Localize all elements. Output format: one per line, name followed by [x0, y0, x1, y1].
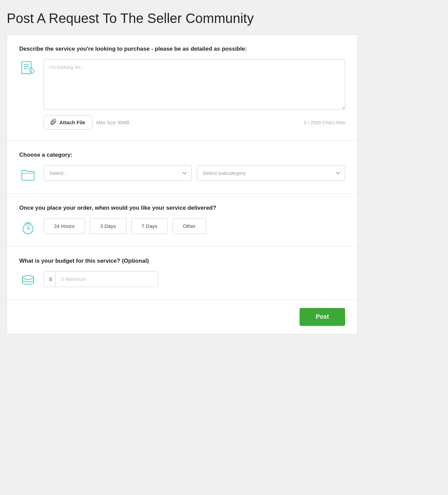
- delivery-label: Once you place your order, when would yo…: [19, 205, 345, 211]
- budget-section: What is your budget for this service? (O…: [7, 247, 357, 300]
- money-icon: [19, 271, 37, 289]
- svg-point-12: [27, 228, 29, 230]
- file-size-info: Max Size 30MB: [96, 120, 130, 125]
- describe-label: Describe the service you're looking to p…: [19, 46, 345, 52]
- timer-icon: [19, 218, 37, 236]
- post-section: Post: [7, 300, 357, 334]
- currency-symbol: $: [44, 271, 56, 287]
- svg-rect-7: [27, 222, 29, 224]
- textarea-wrapper: Attach File Max Size 30MB 0 / 2500 Chars…: [44, 59, 345, 130]
- description-textarea[interactable]: [44, 59, 345, 110]
- attach-file-label: Attach File: [59, 120, 85, 125]
- budget-label: What is your budget for this service? (O…: [19, 258, 345, 264]
- category-label: Choose a category:: [19, 152, 345, 158]
- category-content: Select... Select subcategory: [19, 165, 345, 183]
- folder-icon: [19, 165, 37, 183]
- describe-section: Describe the service you're looking to p…: [7, 35, 357, 141]
- delivery-content: 24 Hours 3 Days 7 Days Other: [19, 218, 345, 236]
- delivery-24h-button[interactable]: 24 Hours: [44, 218, 85, 234]
- svg-line-8: [25, 223, 26, 224]
- budget-content: $: [19, 271, 345, 289]
- subcategory-select[interactable]: Select subcategory: [197, 165, 345, 181]
- footer-left: Attach File Max Size 30MB: [44, 115, 130, 130]
- budget-input[interactable]: [56, 271, 158, 287]
- svg-point-13: [22, 276, 33, 279]
- category-select[interactable]: Select...: [44, 165, 192, 181]
- describe-content: Attach File Max Size 30MB 0 / 2500 Chars…: [19, 59, 345, 130]
- svg-rect-0: [22, 62, 31, 74]
- svg-line-9: [30, 223, 31, 224]
- budget-input-wrapper: $: [44, 271, 158, 287]
- delivery-other-button[interactable]: Other: [172, 218, 206, 234]
- category-selects: Select... Select subcategory: [44, 165, 345, 181]
- page-title: Post A Request To The Seller Community: [7, 10, 441, 26]
- document-icon: [19, 59, 37, 77]
- attach-file-button[interactable]: Attach File: [44, 115, 92, 130]
- delivery-3d-button[interactable]: 3 Days: [90, 218, 127, 234]
- paperclip-icon: [51, 119, 57, 126]
- form-container: Describe the service you're looking to p…: [7, 34, 358, 334]
- delivery-buttons: 24 Hours 3 Days 7 Days Other: [44, 218, 206, 234]
- char-count: 0 / 2500 Chars Max: [304, 120, 345, 125]
- delivery-section: Once you place your order, when would yo…: [7, 194, 357, 247]
- svg-rect-4: [29, 67, 35, 74]
- category-section: Choose a category: Select... Select subc…: [7, 141, 357, 194]
- post-button[interactable]: Post: [300, 308, 345, 326]
- textarea-footer: Attach File Max Size 30MB 0 / 2500 Chars…: [44, 115, 345, 130]
- delivery-7d-button[interactable]: 7 Days: [131, 218, 168, 234]
